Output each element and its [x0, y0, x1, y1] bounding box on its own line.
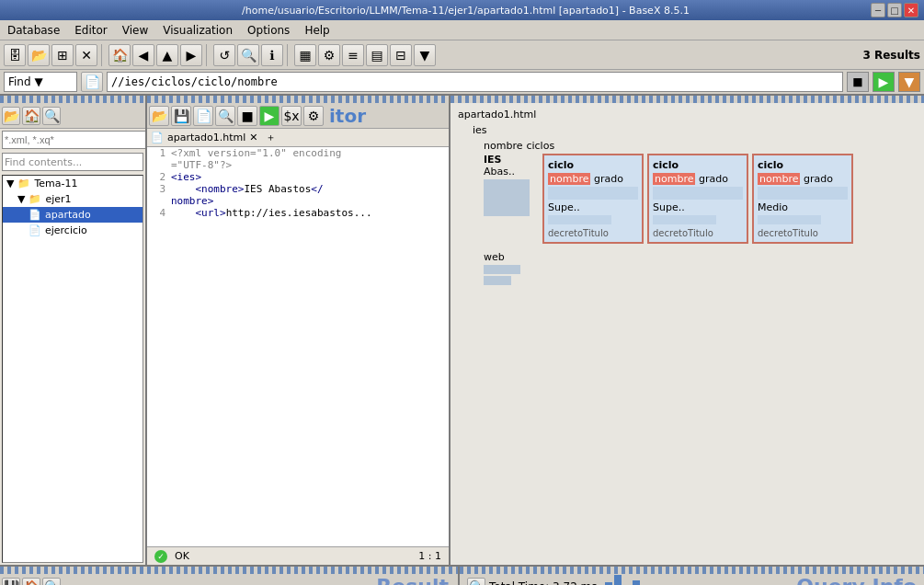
map-button[interactable]: ⊟ — [390, 44, 412, 66]
qi-toolbar: 🔍 Total Time: 3.72 ms Query Info — [460, 574, 924, 585]
grid-button[interactable]: ⊞ — [51, 44, 74, 66]
tree-item-ejercicio[interactable]: 📄 ejercicio — [3, 223, 143, 238]
menu-database[interactable]: Database — [4, 23, 63, 38]
ciclo3-nombre: nombre — [758, 173, 800, 185]
ed-run-button[interactable]: ▶ — [259, 106, 279, 126]
run-button[interactable]: ▶ — [873, 72, 895, 92]
res-find-button[interactable]: 🔍 — [42, 578, 61, 586]
lp-btn1[interactable]: 📂 — [2, 107, 20, 125]
stop-button[interactable]: ■ — [847, 72, 869, 92]
code-line-3: 3 <nombre>IES Abastos</ — [147, 183, 449, 195]
ed-stop-button[interactable]: ■ — [237, 106, 257, 126]
ed-find-button[interactable]: 🔍 — [215, 106, 235, 126]
find-dropdown[interactable]: Find ▼ — [4, 72, 77, 92]
new-db-button[interactable]: 🗄 — [4, 44, 26, 66]
toolbar: 🗄 📂 ⊞ ✕ 🏠 ◀ ▲ ▶ ↺ 🔍 ℹ ▦ ⚙ ≡ ▤ ⊟ ▼ 3 Resu… — [0, 40, 924, 70]
ciclo1-bar1 — [548, 187, 638, 200]
code-line-4: 4 <url>http://ies.iesabastos... — [147, 207, 449, 219]
separator3 — [287, 44, 291, 66]
menu-visualization[interactable]: Visualization — [159, 23, 236, 38]
ed-dollar-button[interactable]: $x — [281, 106, 302, 126]
editor-title-display: itor — [329, 105, 366, 127]
lp-btn2[interactable]: 🏠 — [22, 107, 40, 125]
code-line-1b: ="UTF-8"?> — [147, 159, 449, 171]
folder-expand-icon: ▼ — [6, 178, 14, 189]
right-panel: apartado1.html ies nombre ciclos IES A — [451, 96, 924, 565]
close-button[interactable]: ✕ — [904, 3, 918, 17]
ed-new-button[interactable]: 📄 — [193, 106, 213, 126]
dropdown-arrow-icon: ▼ — [35, 75, 43, 88]
cursor-position: 1 : 1 — [418, 550, 441, 562]
res-home-button[interactable]: 🏠 — [22, 578, 40, 586]
qi-find-button[interactable]: 🔍 — [467, 578, 485, 586]
find-label: Find — [8, 75, 31, 88]
expand-button[interactable]: ▼ — [414, 44, 436, 66]
chart-bar-4 — [633, 580, 640, 586]
folder-icon: 📁 — [17, 178, 30, 189]
menu-options[interactable]: Options — [244, 23, 293, 38]
xml-ciclo-card-2: ciclo nombre grado Supe.. decretoTitulo — [647, 154, 748, 244]
find-contents-button[interactable]: Find contents... — [2, 153, 143, 171]
file-icon2: 📄 — [29, 224, 41, 236]
menu-editor[interactable]: Editor — [71, 23, 111, 38]
folder-icon2: 📁 — [29, 193, 41, 205]
editor-stripe — [147, 96, 449, 103]
new-editor-button[interactable]: 📄 — [81, 72, 103, 92]
xml-ciclo-card-3: ciclo nombre grado Medio decretoTitulo — [752, 154, 853, 244]
ed-save-button[interactable]: 💾 — [171, 106, 191, 126]
up-button[interactable]: ▲ — [156, 44, 178, 66]
menu-view[interactable]: View — [119, 23, 152, 38]
editor-add-icon[interactable]: ＋ — [266, 131, 276, 144]
editor-content[interactable]: 1 <?xml version="1.0" encoding ="UTF-8"?… — [147, 147, 449, 546]
home-button[interactable]: 🏠 — [108, 44, 131, 66]
lp-btn3[interactable]: 🔍 — [42, 107, 61, 125]
open-button[interactable]: 📂 — [28, 44, 50, 66]
table-button[interactable]: ▦ — [294, 44, 316, 66]
ed-settings-button[interactable]: ⚙ — [303, 106, 324, 126]
minimize-button[interactable]: ─ — [871, 3, 885, 17]
hierarchy-button[interactable]: ⚙ — [318, 44, 340, 66]
ed-open-button[interactable]: 📂 — [149, 106, 169, 126]
forward-button[interactable]: ▶ — [180, 44, 202, 66]
window-title: /home/usuario/Escritorio/LLMM/Tema-11/ej… — [61, 5, 871, 17]
xml-main-row: IES Abas.. ciclo nombre grado Supe.. — [484, 154, 920, 244]
xml-ies-label: ies — [473, 124, 487, 136]
editor-close-icon[interactable]: ✕ — [249, 132, 257, 143]
refresh-button[interactable]: ↺ — [213, 44, 235, 66]
info-button[interactable]: ℹ — [261, 44, 283, 66]
menu-help[interactable]: Help — [301, 23, 333, 38]
maximize-button[interactable]: □ — [887, 3, 902, 17]
tree-item-ejer1[interactable]: ▼ 📁 ejer1 — [3, 191, 143, 207]
ciclo2-nombre: nombre — [653, 173, 695, 185]
filter-button[interactable]: ▼ — [898, 72, 920, 92]
xml-ies-children: nombre ciclos IES Abas.. ciclo — [484, 140, 920, 285]
ok-label: OK — [175, 550, 189, 562]
code-line-3b: nombre> — [147, 195, 449, 207]
res-save-button[interactable]: 💾 — [2, 578, 20, 586]
back-button[interactable]: ◀ — [132, 44, 154, 66]
file-icon: 📄 — [29, 209, 41, 221]
tree-item-apartado[interactable]: 📄 apartado — [3, 207, 143, 223]
close-db-button[interactable]: ✕ — [75, 44, 97, 66]
editor-filename: apartado1.html — [167, 132, 245, 143]
tree-item-tema11[interactable]: ▼ 📁 Tema-11 — [3, 176, 143, 191]
result-toolbar: 💾 🏠 🔍 Result — [0, 574, 458, 585]
editor-tab: 📄 apartado1.html ✕ ＋ — [147, 129, 449, 147]
file-filter-input[interactable] — [2, 131, 147, 149]
left-panel-toolbar: 📂 🏠 🔍 — [0, 103, 145, 129]
list-button[interactable]: ≡ — [342, 44, 364, 66]
chart-button[interactable]: ▤ — [366, 44, 388, 66]
xml-nombre-label: nombre — [484, 140, 522, 152]
find-button[interactable]: 🔍 — [237, 44, 259, 66]
query-input[interactable] — [107, 72, 843, 92]
xml-root-label: apartado1.html — [458, 109, 536, 120]
ciclo2-decreto: decretoTitulo — [653, 228, 743, 238]
result-panel: 💾 🏠 🔍 Result <nombre>Administración de S… — [0, 567, 460, 585]
web-label: web — [484, 251, 920, 263]
left-panel: 📂 🏠 🔍 Find contents... ▼ 📁 Tema-11 ▼ 📁 e… — [0, 96, 147, 565]
tree-label3: apartado — [45, 209, 91, 221]
ciclo2-bar2 — [653, 215, 716, 224]
right-stripe — [451, 96, 924, 103]
xml-ies-node: ies nombre ciclos IES Abas.. — [469, 122, 920, 285]
ciclo1-bar2 — [548, 215, 611, 224]
